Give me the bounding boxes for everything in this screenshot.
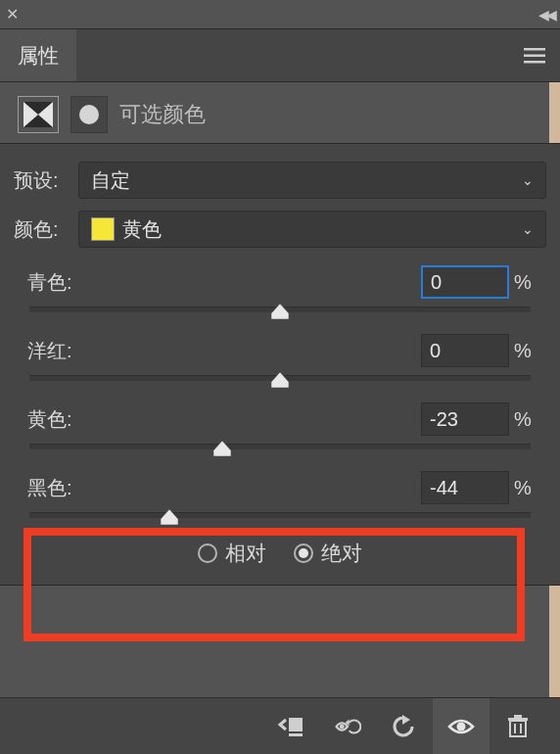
svg-rect-1 <box>524 54 545 57</box>
svg-marker-7 <box>271 304 289 319</box>
radio-absolute[interactable]: 绝对 <box>294 540 362 567</box>
eye-icon <box>447 715 475 738</box>
reset-icon <box>391 715 418 738</box>
panel-menu-button[interactable] <box>509 29 560 81</box>
black-input[interactable] <box>421 471 509 504</box>
cyan-input[interactable] <box>421 265 509 299</box>
mask-circle-icon <box>79 105 99 124</box>
selective-color-icon[interactable] <box>18 96 59 133</box>
cyan-thumb[interactable] <box>271 304 289 319</box>
trash-icon <box>504 715 532 738</box>
adjustment-title: 可选颜色 <box>119 100 206 129</box>
svg-rect-21 <box>514 715 522 718</box>
svg-marker-15 <box>402 715 410 725</box>
chevron-down-icon: ⌄ <box>522 172 534 188</box>
color-row: 颜色: 黄色 ⌄ <box>14 211 546 248</box>
close-icon[interactable]: ✕ <box>6 5 19 24</box>
yellow-input[interactable] <box>421 402 509 436</box>
slider-yellow: 黄色: % <box>20 402 540 449</box>
selective-color-panel: 预设: 自定 ⌄ 颜色: 黄色 ⌄ 青色: % <box>0 143 560 586</box>
magenta-label: 洋红: <box>23 338 421 364</box>
tab-bar: 属性 <box>0 29 560 82</box>
slider-magenta: 洋红: % <box>20 334 540 381</box>
svg-marker-10 <box>161 509 178 525</box>
cyan-track[interactable] <box>29 306 531 312</box>
svg-rect-11 <box>289 718 303 731</box>
view-previous-button[interactable] <box>319 698 376 755</box>
reset-button[interactable] <box>376 698 433 755</box>
svg-rect-20 <box>508 718 528 721</box>
eye-cycle-icon <box>334 715 361 738</box>
pct-sign: % <box>509 271 537 294</box>
svg-point-13 <box>340 724 345 729</box>
yellow-label: 黄色: <box>23 406 421 433</box>
slider-cyan: 青色: % <box>20 265 540 312</box>
black-thumb[interactable] <box>161 509 178 525</box>
color-swatch <box>91 217 115 241</box>
radio-relative-label: 相对 <box>225 540 266 567</box>
magenta-input[interactable] <box>421 334 509 367</box>
pct-sign: % <box>509 340 537 362</box>
pct-sign: % <box>509 408 537 431</box>
magenta-track[interactable] <box>29 375 531 381</box>
adjustment-header: 可选颜色 <box>0 82 560 143</box>
tab-properties[interactable]: 属性 <box>0 29 76 81</box>
preset-value: 自定 <box>91 167 130 194</box>
panel-titlebar: ✕ ◀◀ <box>0 0 560 29</box>
svg-marker-8 <box>271 372 289 388</box>
hamburger-icon <box>524 47 545 65</box>
cyan-label: 青色: <box>23 269 421 296</box>
panel-footer <box>0 697 560 754</box>
yellow-track[interactable] <box>29 444 531 449</box>
svg-rect-0 <box>524 48 545 51</box>
delete-button[interactable] <box>490 698 546 755</box>
color-value: 黄色 <box>122 216 162 243</box>
preset-dropdown[interactable]: 自定 ⌄ <box>78 162 546 199</box>
clip-icon <box>277 715 304 738</box>
visibility-toggle-button[interactable] <box>433 698 490 755</box>
method-radio-group: 相对 绝对 <box>20 540 540 567</box>
radio-absolute-label: 绝对 <box>321 540 362 567</box>
magenta-thumb[interactable] <box>271 372 289 388</box>
clip-to-layer-button[interactable] <box>262 698 319 755</box>
mask-icon[interactable] <box>70 96 108 133</box>
tab-label: 属性 <box>18 42 59 70</box>
yellow-thumb[interactable] <box>213 441 231 456</box>
svg-marker-9 <box>213 441 231 456</box>
black-label: 黑色: <box>23 475 421 501</box>
radio-relative[interactable]: 相对 <box>198 540 266 567</box>
chevron-down-icon: ⌄ <box>522 221 534 237</box>
svg-point-16 <box>457 722 466 730</box>
black-track[interactable] <box>29 512 531 518</box>
slider-black: 黑色: % <box>20 471 540 518</box>
svg-rect-2 <box>524 61 545 64</box>
preset-row: 预设: 自定 ⌄ <box>14 162 546 199</box>
radio-icon-selected <box>294 543 313 563</box>
svg-rect-12 <box>289 733 303 736</box>
radio-icon <box>198 543 217 563</box>
preset-label: 预设: <box>14 167 69 194</box>
collapse-icon[interactable]: ◀◀ <box>538 7 554 23</box>
pct-sign: % <box>509 477 537 499</box>
color-label: 颜色: <box>14 216 69 243</box>
color-dropdown[interactable]: 黄色 ⌄ <box>78 211 546 248</box>
slider-section: 青色: % 洋红: % <box>14 259 546 567</box>
svg-rect-17 <box>510 721 526 736</box>
